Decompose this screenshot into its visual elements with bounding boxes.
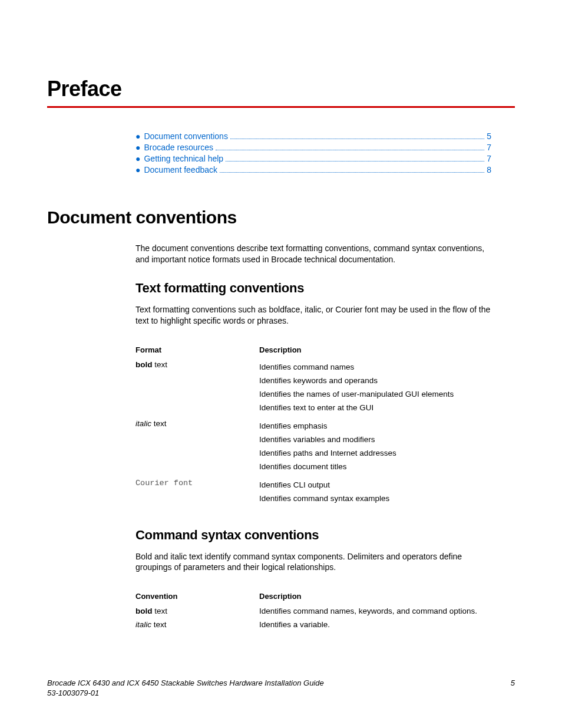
chapter-title: Preface [47,77,515,101]
table-row: bold text Identifies command names Ident… [135,358,491,417]
footer-page-number: 5 [511,678,515,699]
table-row: italic text Identifies emphasis Identifi… [135,417,491,476]
toc-row: ● Brocade resources 7 [135,143,491,153]
description-line: Identifies command syntax examples [259,492,491,505]
subheading-text-formatting: Text formatting conventions [135,281,491,296]
description-line: Identifies variables and modifiers [259,433,491,446]
toc-link[interactable]: Brocade resources [144,143,213,152]
description-line: Identifies a variable. [259,618,491,631]
bullet-icon: ● [135,131,140,141]
text-formatting-table: Format Description bold text Identifies … [135,342,491,508]
body-text: Bold and italic text identify command sy… [135,551,491,574]
format-sample-italic: italic [135,419,151,428]
toc-link[interactable]: Document conventions [144,131,227,141]
format-sample-italic: italic [135,620,151,629]
toc-link[interactable]: Document feedback [144,165,217,174]
toc-page-number[interactable]: 7 [487,154,491,163]
table-row: bold text Identifies command names, keyw… [135,604,491,618]
table-header-description: Description [259,588,491,604]
table-header-convention: Convention [135,588,259,604]
command-syntax-table: Convention Description bold text Identif… [135,588,491,631]
table-row: Courier font Identifies CLI output Ident… [135,476,491,508]
format-sample-bold: bold [135,360,153,369]
bullet-icon: ● [135,154,140,163]
description-line: Identifies keywords and operands [259,374,491,387]
description-line: Identifies paths and Internet addresses [259,446,491,460]
toc-row: ● Document conventions 5 [135,131,491,141]
red-rule [47,106,515,108]
footer-doc-number: 53-1003079-01 [47,689,324,699]
format-sample-rest: text [151,419,167,428]
format-sample-rest: text [151,620,167,629]
toc-row: ● Document feedback 8 [135,165,491,175]
format-sample-bold: bold [135,607,153,615]
description-line: Identifies emphasis [259,419,491,433]
toc-leader-dots [230,139,484,139]
table-header-format: Format [135,342,259,358]
footer-doc-title: Brocade ICX 6430 and ICX 6450 Stackable … [47,678,324,689]
format-sample-rest: text [153,607,168,615]
subheading-command-syntax: Command syntax conventions [135,528,491,543]
body-text: The document conventions describe text f… [135,243,491,265]
toc-leader-dots [220,172,484,173]
toc-page-number[interactable]: 5 [487,131,491,141]
description-line: Identifies command names [259,360,491,374]
toc-row: ● Getting technical help 7 [135,154,491,164]
toc-leader-dots [226,161,484,162]
description-line: Identifies the names of user-manipulated… [259,387,491,401]
toc-page-number[interactable]: 8 [487,165,491,174]
format-sample-rest: text [153,360,168,369]
toc-link[interactable]: Getting technical help [144,154,223,163]
description-line: Identifies text to enter at the GUI [259,401,491,414]
description-line: Identifies CLI output [259,478,491,492]
bullet-icon: ● [135,143,140,152]
bullet-icon: ● [135,165,140,174]
toc-leader-dots [216,150,484,150]
toc-page-number[interactable]: 7 [487,143,491,152]
section-heading-document-conventions: Document conventions [47,207,515,228]
description-line: Identifies command names, keywords, and … [259,604,491,618]
page-footer: Brocade ICX 6430 and ICX 6450 Stackable … [47,678,515,699]
format-sample-courier: Courier font [135,479,193,487]
table-header-description: Description [259,342,491,358]
body-text: Text formatting conventions such as bold… [135,304,491,327]
table-row: italic text Identifies a variable. [135,618,491,631]
description-line: Identifies document titles [259,460,491,473]
mini-toc: ● Document conventions 5 ● Brocade resou… [135,131,491,175]
